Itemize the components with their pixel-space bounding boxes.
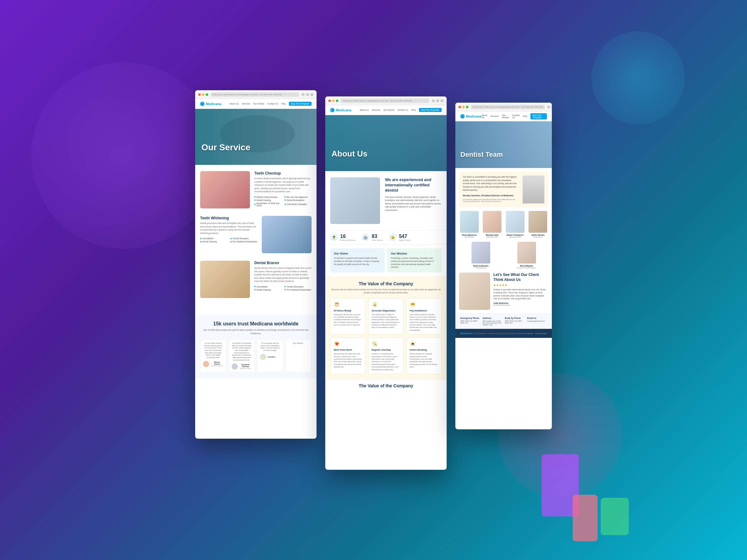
- footer-logo-3: Medicana: [460, 332, 471, 335]
- footer-link-3-2[interactable]: Privacy Policy: [535, 332, 547, 335]
- bullet: [230, 238, 232, 239]
- nav-about-3[interactable]: About Us: [482, 114, 487, 118]
- stat-label-1: Dedicated Doctors: [340, 239, 356, 241]
- dentist-hero-title: Dentist Team: [460, 151, 503, 159]
- chrome-dot-red-2: [328, 100, 331, 102]
- chrome-address-bar[interactable]: Call center: 17692 | Demo St. Htmltempla…: [211, 92, 299, 97]
- chrome-dots-3: [459, 106, 468, 108]
- footer-copyright-3: © 2024 Medicana - Dentistry & Dental Cli…: [472, 332, 524, 335]
- service-desc-3: Dental devices that are used to straight…: [254, 267, 312, 283]
- browser-chrome-1: Call center: 17692 | Demo St. Htmltempla…: [195, 90, 316, 99]
- nav-services-2[interactable]: Services: [372, 109, 380, 111]
- cv-card-title-3: Pay Installment: [410, 309, 438, 312]
- nav-faq-2[interactable]: FAQ: [411, 109, 416, 111]
- stat-number-1: 16: [340, 234, 356, 239]
- nav-contact-3[interactable]: Contact Us: [512, 114, 520, 118]
- bullet: [284, 204, 286, 205]
- chrome-address-bar-2[interactable]: Call center: 17692 | Demo St. Htmltempla…: [341, 99, 429, 103]
- testimonial-card-2: I have been very pleased with the result…: [229, 340, 255, 372]
- nav-about-1[interactable]: About Us: [230, 103, 239, 105]
- service-details-2: Teeth Whitening Dental procedure that ai…: [200, 216, 257, 243]
- cv-card-title-1: 24 Hours Ready: [334, 309, 362, 312]
- stat-info-2: 83 Clinic Rooms: [371, 234, 383, 241]
- w3-reviewer-name: Julia Rodriuca: [493, 302, 548, 304]
- member-img-6: [517, 242, 536, 264]
- nav-faq-1[interactable]: FAQ: [281, 103, 286, 105]
- about-section: We are experienced and internationally c…: [325, 171, 447, 230]
- nav-cta-1[interactable]: Buy This Template: [289, 102, 312, 106]
- service-item-1: Teeth Checkup A routine dental examinati…: [200, 171, 312, 209]
- nav-cta-2[interactable]: Buy This Template: [419, 108, 442, 112]
- feature-2-4: Pre-Treatment Examination: [230, 240, 257, 243]
- team-member-5: David Anderson Prosthodontist: [459, 242, 503, 269]
- feature-3-2: Combo Discussion: [284, 286, 312, 288]
- fc-value-4: company@email.com: [527, 320, 547, 322]
- mission-desc: Promoting a culture of learning, innovat…: [391, 257, 438, 269]
- trust-title: 15k users trust Medicana worldwide: [200, 321, 312, 327]
- cv-card-4: ❤️ Work from Heart Approaching the profe…: [330, 337, 366, 374]
- bg-decoration-3: [591, 31, 685, 125]
- nav-links-1: About Us Services Our Dentist Contact Us…: [230, 102, 312, 106]
- stat-icon-3: 😊: [389, 234, 396, 241]
- about-image: [330, 177, 380, 224]
- team-member-4: James Brown Endodontist: [528, 211, 548, 238]
- mission-title: Our Mission: [391, 252, 438, 255]
- service-desc-1: A routine dental examination that is typ…: [254, 177, 312, 193]
- member-img-5: [471, 242, 490, 264]
- nav-contact-1[interactable]: Contact Us: [267, 103, 278, 105]
- w3-test-content: Let's See What Our Client Think About Us…: [493, 272, 548, 310]
- dentist-hero-overlay: [455, 121, 552, 168]
- nav-dentist-1[interactable]: Our Dentist: [253, 103, 264, 105]
- testimonial-author-3: Carolina: [260, 354, 280, 360]
- mission-card: Our Mission Promoting a culture of learn…: [387, 248, 442, 272]
- nav-contact-2[interactable]: Contact Us: [397, 109, 408, 111]
- author-name-2: Elizabeth Jimenez: [239, 364, 252, 367]
- cv-icon-4: ❤️: [334, 341, 340, 347]
- chrome-address-bar-3[interactable]: Call Service: 17692 | Demo St. Htmltempl…: [471, 105, 545, 109]
- nav-about-2[interactable]: About Us: [360, 109, 369, 111]
- testimonial-text-4: Very satisfied...: [288, 342, 309, 345]
- fc-item-2: Address 503 Linden Ave, Suite Six, San F…: [483, 317, 503, 326]
- director-small-text: Our medical system and specialist physic…: [463, 198, 519, 202]
- team-grid-row2: David Anderson Prosthodontist Erica Mily…: [455, 242, 552, 272]
- logo-text-1: Medicana: [206, 102, 221, 106]
- nav-dentist-3[interactable]: Our Dentist: [502, 114, 509, 118]
- testimonial-card-3: I'm very happy with the service of our d…: [257, 340, 283, 372]
- member-specialty-3: General Dentist: [505, 236, 525, 238]
- fc-item-3: Book by Phone 0887 0505 101 0887 0505 10…: [505, 317, 525, 326]
- cv-title-2: The Value of the Company: [330, 383, 442, 388]
- cv-card-6: 💻 Online Booking Allows patients to sche…: [406, 337, 442, 374]
- testimonial-author-2: Elizabeth Jimenez Business Owner: [232, 364, 252, 370]
- logo-circle-3: [460, 114, 465, 118]
- cv-card-2: 🔬 Accurate Diagnostics The dental team's…: [368, 298, 404, 335]
- screens-container: Call center: 17692 | Demo St. Htmltempla…: [170, 72, 577, 488]
- bullet: [200, 241, 201, 242]
- nav-services-3[interactable]: Services: [491, 115, 499, 117]
- hero-overlay-1: [195, 109, 316, 165]
- testimonial-text-3: I'm very happy with the service of our d…: [260, 342, 280, 352]
- stat-number-2: 83: [371, 234, 383, 239]
- bullet: [284, 199, 286, 201]
- nav-services-1[interactable]: Services: [242, 103, 250, 105]
- chrome-icon-1: [302, 93, 305, 96]
- nav-logo-1: Medicana: [200, 102, 221, 106]
- chrome-icons-2: [432, 99, 443, 102]
- feature-3-3: Dental Cleaning: [254, 289, 281, 291]
- hero-1: Our Service: [195, 109, 316, 165]
- browser-chrome-3: Call Service: 17692 | Demo St. Htmltempl…: [455, 103, 552, 111]
- about-heading: We are experienced and internationally c…: [385, 177, 442, 193]
- feature-1-6: Orthodontic Evaluation: [284, 202, 312, 207]
- vision-card: Our Vision To become a superior and trus…: [330, 248, 385, 272]
- nav-faq-3[interactable]: FAQ: [523, 115, 527, 117]
- chrome-url-text-3: Call Service: 17692 | Demo St. Htmltempl…: [473, 106, 543, 108]
- stat-info-3: 547 Happy Clients: [399, 234, 411, 241]
- about-hero: About Us: [325, 115, 447, 171]
- service-item-2: Teeth Whitening Dental procedure that ai…: [200, 216, 312, 253]
- author-info-3: Carolina: [268, 356, 275, 358]
- services-content: Teeth Checkup A routine dental examinati…: [195, 165, 316, 312]
- chrome-dot-green-2: [336, 100, 338, 102]
- footer-link-3-1[interactable]: Our Doctor: [524, 332, 533, 335]
- cv-card-5: 🔍 Regular Checkup Involves a comprehensi…: [368, 337, 404, 374]
- nav-dentist-2[interactable]: Our Dentist: [383, 109, 394, 111]
- nav-cta-3[interactable]: Buy This Template: [531, 113, 547, 119]
